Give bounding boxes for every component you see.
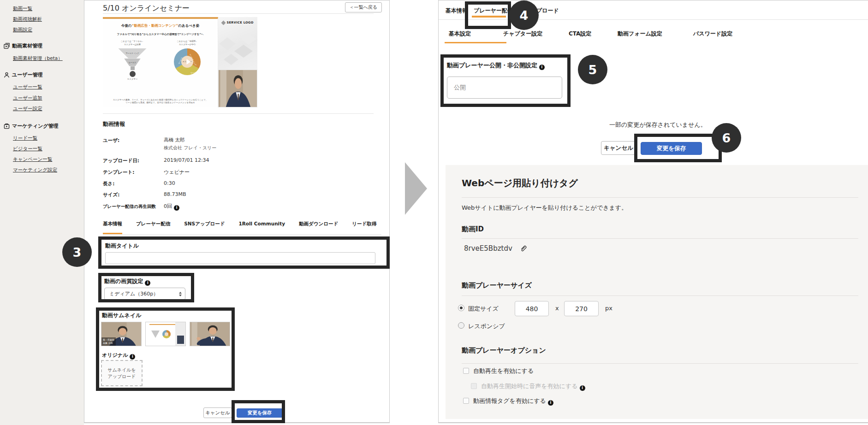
preview-divider: [103, 113, 374, 114]
sidebar-item-user-settings[interactable]: ユーザー設定: [13, 106, 42, 112]
active-subtab-underline: [445, 42, 506, 43]
sidebar-item-user-list[interactable]: ユーザー一覧: [13, 84, 42, 90]
info-value-duration: 0:30: [164, 180, 175, 186]
sidebar-item-video-analytics[interactable]: 動画視聴解析: [13, 16, 42, 23]
video-id-value: 8rveE5Bbztdv: [464, 244, 512, 253]
save-changes-button[interactable]: 変更を保存: [237, 408, 283, 418]
autoplay-checkbox[interactable]: [463, 368, 469, 374]
detail-tab-bar: 基本情報 プレーヤー配信 SNSアップロード 1Roll Community 動…: [103, 221, 381, 235]
slide-title: 今後の“動画広告・動画コンテンツ”のあるべき姿: [103, 24, 218, 28]
sidebar-section-label: 動画素材管理: [12, 42, 42, 49]
info-value-template: ウェビナー: [164, 169, 190, 176]
diamond-icon: [221, 20, 226, 25]
flow-arrow-icon: [405, 162, 427, 215]
video-id-label: 動画ID: [462, 225, 484, 234]
cancel-button[interactable]: キャンセル: [203, 407, 232, 418]
info-icon[interactable]: [174, 205, 179, 211]
info-label: アップロード日:: [103, 158, 139, 164]
original-label: オリジナル: [102, 352, 135, 360]
info-value-play-count: 0回: [164, 203, 179, 211]
visibility-select[interactable]: 公開: [447, 77, 562, 99]
autoplay-sound-checkbox[interactable]: [471, 383, 477, 389]
select-arrows-icon: [179, 292, 182, 296]
times-label: x: [555, 305, 559, 312]
player-height-input[interactable]: [564, 301, 599, 316]
video-title-input[interactable]: [105, 252, 375, 264]
cancel-button[interactable]: キャンセル: [601, 141, 636, 155]
subtab-video-form-settings[interactable]: 動画フォーム設定: [618, 30, 662, 42]
cycle-diagram: これからは「循環型」 カスタマーが中心 サービス マーケティング セールス カス…: [162, 40, 213, 75]
step-badge-3: 3: [62, 237, 92, 267]
autoplay-sound-label: 自動再生開始時に音声を有効にする: [481, 382, 585, 391]
sidebar-item-video-settings[interactable]: 動画設定: [13, 27, 32, 33]
active-tab-underline: [472, 16, 506, 18]
sidebar-item-user-add[interactable]: ユーザー追加: [13, 95, 42, 101]
thumbnail-option-3[interactable]: [190, 322, 230, 346]
step-badge-6: 6: [712, 123, 741, 153]
play-icon[interactable]: [186, 59, 190, 65]
tab-player-distribution[interactable]: プレーヤー配信: [136, 221, 170, 234]
tab-basic-info[interactable]: 基本情報: [103, 221, 122, 234]
info-icon[interactable]: [548, 400, 553, 406]
sidebar-item-campaign-list[interactable]: キャンペーン一覧: [13, 156, 52, 163]
subtab-password-settings[interactable]: パスワード設定: [693, 30, 732, 42]
step-badge-4: 4: [509, 0, 539, 30]
thumbnail-option-2[interactable]: [145, 322, 186, 346]
tab-sns-upload[interactable]: SNSアップロード: [184, 221, 225, 234]
tab-1roll-community[interactable]: 1Roll Community: [238, 221, 285, 234]
presenter-person: [219, 70, 257, 107]
subtab-basic-settings[interactable]: 基本設定: [449, 30, 471, 42]
slide-footer: カスタマーの業務、ニーズ、フェーズにあわせた動画で継続的なコミュニケーションを行…: [108, 99, 212, 105]
info-label: ユーザ:: [103, 137, 119, 144]
info-value-size: 88.73MB: [164, 191, 186, 197]
unsaved-changes-message: 一部の変更が保存されていません。: [609, 121, 707, 129]
info-tag-checkbox[interactable]: [463, 398, 469, 404]
back-to-list-button[interactable]: ＜一覧へ戻る: [345, 2, 382, 12]
player-width-input[interactable]: [515, 301, 549, 316]
info-label: プレーヤー配信の再生回数: [103, 204, 156, 210]
fixed-size-label: 固定サイズ: [468, 305, 499, 313]
subtab-cta-settings[interactable]: CTA設定: [569, 30, 591, 42]
presenter-photo: [218, 70, 257, 107]
sidebar-item-lead-list[interactable]: リード一覧: [13, 135, 37, 142]
sidebar-section-label: ユーザー管理: [12, 71, 43, 78]
tab-video-download[interactable]: 動画ダウンロード: [299, 221, 338, 234]
info-label: テンプレート:: [103, 169, 134, 176]
video-id-row: 8rveE5Bbztdv: [464, 244, 528, 253]
service-logo-text: SERVICE LOGO: [226, 21, 253, 24]
thumbnail-upload-button[interactable]: サムネイルを アップロード: [101, 360, 143, 386]
quality-select[interactable]: ミディアム（360p）: [104, 288, 185, 300]
save-changes-button[interactable]: 変更を保存: [641, 142, 702, 155]
sidebar-item-video-assets-beta[interactable]: 動画素材管理（beta）: [13, 55, 63, 62]
thumbnail-person-gesture: [190, 322, 230, 346]
info-icon[interactable]: [580, 385, 585, 391]
sidebar-item-visitor-list[interactable]: ビジター一覧: [13, 146, 42, 152]
player-settings-panel: 基本情報 プレーヤー配信 SNSアップロード 基本設定 チャプター設定 CTA設…: [438, 0, 868, 423]
subtab-chapter-settings[interactable]: チャプター設定: [503, 30, 542, 42]
info-value-user-name: 高橋 太郎: [164, 137, 184, 143]
sidebar-item-video-list[interactable]: 動画一覧: [13, 6, 32, 12]
video-preview[interactable]: 今後の“動画広告・動画コンテンツ”のあるべき姿 ファネルで“刈り取る”からカスタ…: [103, 17, 258, 107]
responsive-radio[interactable]: [458, 322, 464, 329]
thumbnail-option-1[interactable]: 第一営業部 高橋 太郎: [101, 322, 142, 346]
sidebar-section-video-assets: 動画素材管理: [4, 42, 42, 49]
main-tab-divider: [439, 19, 868, 20]
info-icon[interactable]: [145, 280, 150, 286]
info-icon[interactable]: [539, 65, 545, 70]
sidebar-item-marketing-settings[interactable]: マーケティング設定: [13, 167, 57, 173]
video-detail-panel: 5/10 オンラインセミナー ＜一覧へ戻る 今後の“動画広告・動画コンテンツ”の…: [84, 0, 390, 423]
autoplay-label: 自動再生を有効にする: [473, 367, 534, 375]
screenshot-canvas: 動画一覧 動画視聴解析 動画設定 動画素材管理 動画素材管理（beta） ユーザ…: [0, 0, 868, 425]
info-icon[interactable]: [130, 354, 135, 360]
px-label: px: [605, 305, 612, 312]
paperclip-icon[interactable]: [520, 245, 528, 253]
section-divider: [462, 363, 858, 364]
thumbnail-name-overlay: 第一営業部 高橋 太郎: [101, 337, 116, 346]
fixed-size-radio[interactable]: [458, 305, 464, 311]
player-options-label: 動画プレーヤーオプション: [462, 346, 546, 355]
tab-lead-capture[interactable]: リード取得: [352, 221, 376, 234]
tab-basic-info[interactable]: 基本情報: [446, 7, 468, 19]
step-badge-5: 5: [578, 55, 607, 84]
sidebar-section-marketing: マーケティング管理: [4, 123, 59, 130]
cycle-donut: サービス マーケティング セールス カスタマー: [174, 48, 201, 75]
